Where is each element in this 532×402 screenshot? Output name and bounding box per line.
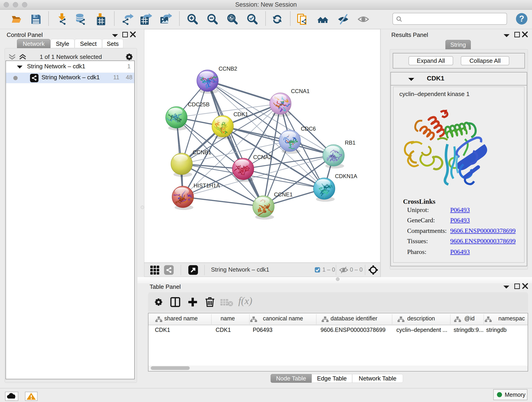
svg-text:HIST1H1A: HIST1H1A — [194, 182, 220, 189]
svg-text:CCNB1: CCNB1 — [193, 149, 211, 155]
svg-text:CCNA1: CCNA1 — [291, 88, 310, 94]
svg-text:CCNE1: CCNE1 — [274, 191, 293, 198]
svg-text:CDKN1A: CDKN1A — [335, 173, 357, 179]
svg-text:CDC6: CDC6 — [301, 126, 316, 132]
svg-text:RB1: RB1 — [345, 140, 355, 146]
svg-text:CCNB2: CCNB2 — [219, 65, 237, 72]
svg-text:CDK1: CDK1 — [234, 111, 248, 117]
svg-text:CCNA2: CCNA2 — [253, 154, 272, 160]
svg-text:CDC25B: CDC25B — [188, 101, 210, 108]
